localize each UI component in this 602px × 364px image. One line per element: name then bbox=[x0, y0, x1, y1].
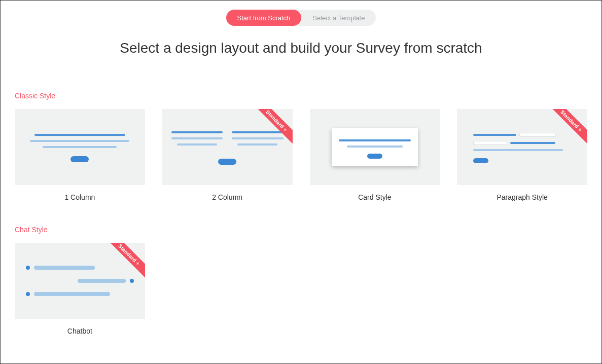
layout-preview-1-column bbox=[15, 109, 145, 185]
layout-preview-paragraph-style: Standard + bbox=[457, 109, 587, 185]
layout-preview-chatbot: Standard + bbox=[15, 243, 145, 319]
toggle-container: Start from Scratch Select a Template bbox=[226, 10, 376, 26]
start-from-scratch-tab[interactable]: Start from Scratch bbox=[226, 10, 302, 26]
classic-style-heading: Classic Style bbox=[15, 92, 587, 100]
page-title: Select a design layout and build your Su… bbox=[1, 40, 601, 56]
layout-label: 2 Column bbox=[162, 193, 293, 201]
layout-label: 1 Column bbox=[15, 193, 145, 201]
layout-preview-2-column: Standard + bbox=[162, 109, 293, 185]
layout-option-card-style[interactable]: Card Style bbox=[310, 109, 440, 201]
layout-label: Chatbot bbox=[15, 327, 145, 335]
chat-style-heading: Chat Style bbox=[15, 226, 587, 234]
chat-style-grid: Standard + Chatbot bbox=[15, 243, 587, 335]
layout-option-chatbot[interactable]: Standard + Chatbot bbox=[15, 243, 145, 335]
content-area: Classic Style 1 Column Standard + bbox=[1, 92, 601, 335]
layout-preview-card-style bbox=[310, 109, 440, 185]
layout-label: Card Style bbox=[310, 193, 440, 201]
select-template-tab[interactable]: Select a Template bbox=[301, 10, 376, 26]
layout-option-1-column[interactable]: 1 Column bbox=[15, 109, 145, 201]
classic-style-grid: 1 Column Standard + bbox=[15, 109, 587, 201]
layout-label: Paragraph Style bbox=[457, 193, 587, 201]
layout-option-paragraph-style[interactable]: Standard + bbox=[457, 109, 587, 201]
mode-toggle: Start from Scratch Select a Template bbox=[1, 10, 601, 26]
layout-option-2-column[interactable]: Standard + 2 Column bbox=[162, 109, 293, 201]
